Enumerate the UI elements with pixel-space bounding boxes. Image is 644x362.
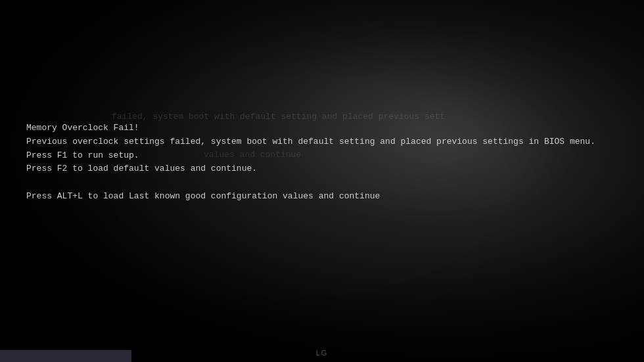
bios-line-4: Press F2 to load default values and cont…: [26, 162, 595, 176]
bios-line-blank: [26, 176, 595, 190]
bios-error-block: Memory Overclock Fail! Previous overcloc…: [26, 122, 595, 204]
bios-screen: failed, system boot with default setting…: [0, 0, 644, 362]
bios-line-3: Press F1 to run setup.: [26, 149, 595, 163]
taskbar-hint: [0, 350, 131, 362]
bios-line-2: Previous overclock settings failed, syst…: [26, 135, 595, 149]
monitor-logo: LG: [316, 349, 329, 357]
bios-line-6: Press ALT+L to load Last known good conf…: [26, 190, 595, 204]
bios-line-1: Memory Overclock Fail!: [26, 122, 595, 135]
